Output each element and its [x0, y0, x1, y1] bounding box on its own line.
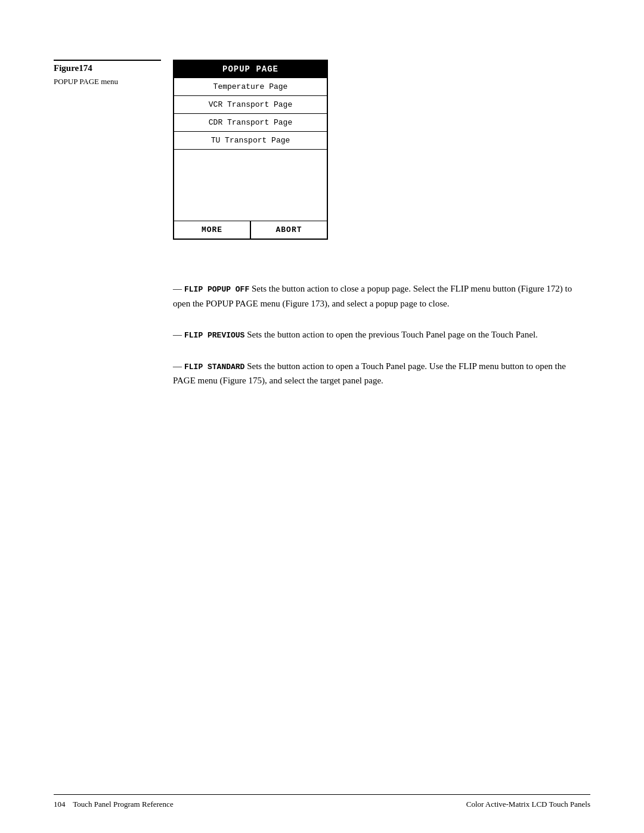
- code-flip-standard: FLIP STANDARD: [184, 363, 244, 371]
- description-flip-standard: —FLIP STANDARD Sets the button action to…: [54, 359, 590, 388]
- description-flip-popup-off: —FLIP POPUP OFF Sets the button action t…: [54, 281, 590, 311]
- popup-menu-header: POPUP PAGE: [174, 61, 327, 78]
- description-flip-popup-off-text: —FLIP POPUP OFF Sets the button action t…: [173, 281, 590, 311]
- dash-1: —: [173, 284, 182, 293]
- figure-label-col: Figure174 POPUP PAGE menu: [54, 60, 173, 86]
- footer-left-text: Touch Panel Program Reference: [73, 800, 173, 809]
- popup-menu-item-tu[interactable]: TU Transport Page: [174, 131, 327, 149]
- popup-menu-spacer: [174, 149, 327, 221]
- figure-section: Figure174 POPUP PAGE menu POPUP PAGE Tem…: [54, 60, 590, 240]
- description-flip-previous: —FLIP PREVIOUS Sets the button action to…: [54, 327, 590, 342]
- descriptions: —FLIP POPUP OFF Sets the button action t…: [54, 281, 590, 388]
- popup-menu-item-temperature[interactable]: Temperature Page: [174, 78, 327, 95]
- more-button[interactable]: MORE: [174, 221, 250, 239]
- code-flip-popup-off: FLIP POPUP OFF: [184, 285, 249, 294]
- page-container: Figure174 POPUP PAGE menu POPUP PAGE Tem…: [0, 0, 644, 833]
- code-flip-previous: FLIP PREVIOUS: [184, 331, 244, 340]
- description-flip-standard-text: —FLIP STANDARD Sets the button action to…: [173, 359, 590, 388]
- content-area: Figure174 POPUP PAGE menu POPUP PAGE Tem…: [54, 48, 590, 388]
- footer-page-number: 104: [54, 800, 66, 809]
- figure-caption: POPUP PAGE menu: [54, 77, 161, 86]
- description-flip-previous-body: Sets the button action to open the previ…: [244, 330, 537, 339]
- popup-menu-item-cdr[interactable]: CDR Transport Page: [174, 113, 327, 131]
- footer-left: 104 Touch Panel Program Reference: [54, 800, 174, 809]
- popup-menu-item-vcr[interactable]: VCR Transport Page: [174, 95, 327, 113]
- popup-menu-footer: MORE ABORT: [174, 221, 327, 239]
- dash-2: —: [173, 330, 182, 339]
- popup-menu-box: POPUP PAGE Temperature Page VCR Transpor…: [173, 60, 328, 240]
- abort-button[interactable]: ABORT: [250, 221, 327, 239]
- footer-right: Color Active-Matrix LCD Touch Panels: [466, 800, 590, 809]
- dash-3: —: [173, 361, 182, 371]
- page-footer: 104 Touch Panel Program Reference Color …: [54, 794, 590, 809]
- figure-label: Figure174: [54, 60, 161, 73]
- description-flip-previous-text: —FLIP PREVIOUS Sets the button action to…: [173, 327, 538, 342]
